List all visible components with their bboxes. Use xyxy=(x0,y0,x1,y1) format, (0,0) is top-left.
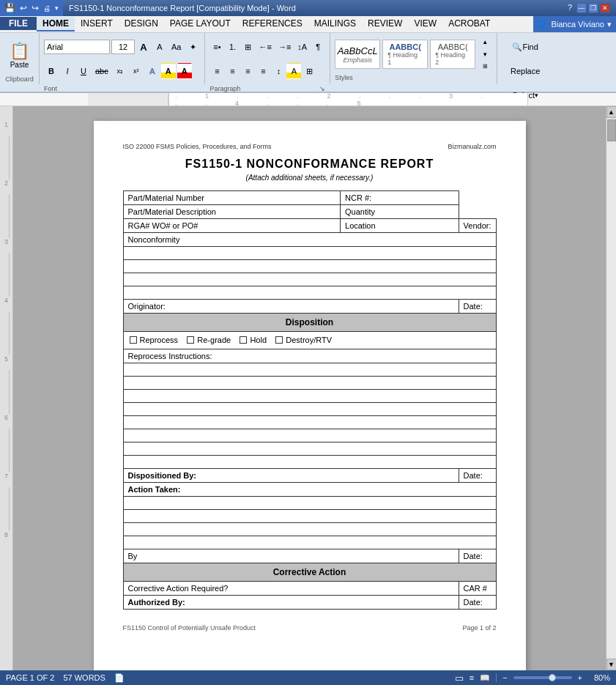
scroll-down-button[interactable]: ▼ xyxy=(606,659,617,670)
customize-qat-icon[interactable]: ▾ xyxy=(53,4,60,12)
table-row: Originator: Date: xyxy=(123,300,496,314)
header-right: Bizmanualz.com xyxy=(448,143,496,150)
menu-page-layout[interactable]: PAGE LAYOUT xyxy=(164,17,237,30)
doc-footer: FS1150 Control of Potentially Unsafe Pro… xyxy=(123,624,497,632)
strikethrough-button[interactable]: abc xyxy=(92,63,111,79)
clear-format-button[interactable]: ✦ xyxy=(185,39,200,55)
undo-icon[interactable]: ↩ xyxy=(18,3,29,13)
destroy-checkbox[interactable]: Destroy/RTV xyxy=(275,336,332,344)
zoom-in-button[interactable]: + xyxy=(578,673,582,682)
justify-button[interactable]: ≡ xyxy=(256,63,270,79)
multilevel-button[interactable]: ⊞ xyxy=(240,39,255,55)
table-row xyxy=(123,510,496,523)
menu-view[interactable]: VIEW xyxy=(408,17,442,30)
restore-button[interactable]: ❐ xyxy=(588,3,598,13)
find-button[interactable]: 🔍 Find xyxy=(503,39,547,55)
subscript-button[interactable]: x₂ xyxy=(113,63,127,79)
align-center-button[interactable]: ≡ xyxy=(225,63,240,79)
superscript-button[interactable]: x² xyxy=(129,63,144,79)
scroll-thumb[interactable] xyxy=(607,119,616,141)
increase-indent-button[interactable]: →≡ xyxy=(275,39,294,55)
hold-checkbox[interactable]: Hold xyxy=(240,336,267,344)
table-row xyxy=(123,377,496,390)
font-label: Font xyxy=(44,84,200,92)
redo-icon[interactable]: ↪ xyxy=(30,3,40,13)
menu-insert[interactable]: INSERT xyxy=(75,17,119,30)
table-row: Action Taken: xyxy=(123,483,496,497)
font-color-button[interactable]: A xyxy=(177,63,192,79)
save-icon[interactable]: 💾 xyxy=(3,3,17,13)
style-heading1[interactable]: AABBC( ¶ Heading 1 xyxy=(382,40,428,69)
table-row xyxy=(123,497,496,510)
replace-button[interactable]: Replace xyxy=(503,63,547,79)
align-right-button[interactable]: ≡ xyxy=(240,63,255,79)
style-heading2[interactable]: AABBC( ¶ Heading 2 xyxy=(430,40,475,69)
table-row xyxy=(123,390,496,403)
bold-button[interactable]: B xyxy=(44,63,59,79)
help-button[interactable]: ? xyxy=(565,3,575,13)
quantity-label: Quantity xyxy=(341,205,459,219)
line-spacing-button[interactable]: ↕ xyxy=(271,63,286,79)
menu-review[interactable]: REVIEW xyxy=(362,17,408,30)
zoom-slider[interactable] xyxy=(513,676,572,679)
disposition-header: Disposition xyxy=(123,314,496,332)
print-icon[interactable]: 🖨 xyxy=(42,4,52,12)
shading-button[interactable]: A xyxy=(286,63,301,79)
styles-more[interactable]: ⊞ xyxy=(478,60,492,73)
italic-button[interactable]: I xyxy=(60,63,75,79)
text-effects-button[interactable]: A xyxy=(145,63,160,79)
clipboard-label: Clipboard xyxy=(5,74,34,83)
table-row: Part/Material Description Quantity xyxy=(123,205,496,219)
menu-file[interactable]: FILE xyxy=(0,17,37,30)
nonconformity-label: Nonconformity xyxy=(123,233,496,247)
dispositioned-by-label: Dispositioned By: xyxy=(123,469,459,483)
highlight-button[interactable]: A xyxy=(161,63,176,79)
vertical-scrollbar[interactable]: ▲ ▼ xyxy=(606,106,616,685)
zoom-level[interactable]: 80% xyxy=(588,673,610,682)
numbering-button[interactable]: 1. xyxy=(225,39,240,55)
bullets-button[interactable]: ≡• xyxy=(209,39,224,55)
table-row: By Date: xyxy=(123,549,496,563)
dispositioned-date-label: Date: xyxy=(459,469,496,483)
borders-button[interactable]: ⊞ xyxy=(302,63,316,79)
font-name-input[interactable] xyxy=(44,40,110,54)
find-icon: 🔍 xyxy=(512,42,522,52)
view-read-button[interactable]: 📖 xyxy=(480,673,490,683)
underline-button[interactable]: U xyxy=(76,63,91,79)
part-material-desc-label: Part/Material Description xyxy=(123,205,341,219)
reprocess-checkbox[interactable]: Reprocess xyxy=(130,336,179,344)
menu-home[interactable]: HOME xyxy=(37,17,75,32)
styles-scroll-down[interactable]: ▼ xyxy=(478,48,492,61)
paste-button[interactable]: 📋 Paste xyxy=(4,36,34,74)
align-left-button[interactable]: ≡ xyxy=(209,63,224,79)
menu-acrobat[interactable]: ACROBAT xyxy=(442,17,496,30)
table-row: Nonconformity xyxy=(123,233,496,247)
decrease-indent-button[interactable]: ←≡ xyxy=(256,39,274,55)
view-web-button[interactable]: ≡ xyxy=(470,673,474,682)
by-date-label: Date: xyxy=(459,549,496,563)
style-emphasis[interactable]: AaBbCcL Emphasis xyxy=(335,40,380,69)
sort-button[interactable]: ↕A xyxy=(294,39,310,55)
shrink-font-button[interactable]: A xyxy=(152,39,167,55)
title-bar: 💾 ↩ ↪ 🖨 ▾ FS1150-1 Nonconformance Report… xyxy=(0,0,616,16)
regrade-checkbox[interactable]: Re-grade xyxy=(187,336,231,344)
view-print-button[interactable]: ▭ xyxy=(455,673,464,684)
change-case-button[interactable]: Aa xyxy=(168,39,184,55)
font-size-input[interactable] xyxy=(111,40,135,54)
ribbon-editing-section: 🔍 Find Replace Select ▾ Editing xyxy=(497,33,553,84)
page-indicator: PAGE 1 OF 2 xyxy=(6,673,54,682)
styles-scroll-up[interactable]: ▲ xyxy=(478,36,492,48)
zoom-out-button[interactable]: − xyxy=(502,673,507,682)
scroll-up-button[interactable]: ▲ xyxy=(606,106,617,118)
minimize-button[interactable]: — xyxy=(576,3,587,13)
grow-font-button[interactable]: A xyxy=(136,39,151,55)
menu-design[interactable]: DESIGN xyxy=(119,17,164,30)
table-row xyxy=(123,456,496,469)
menu-references[interactable]: REFERENCES xyxy=(237,17,308,30)
show-para-button[interactable]: ¶ xyxy=(311,39,325,55)
title-bar-text: FS1150-1 Nonconformance Report [Compatib… xyxy=(63,0,616,16)
page-layout-icon[interactable]: 📄 xyxy=(114,673,125,683)
ruler-inner: . 1 . . . 2 . . . 3 . . . 4 . . . 5 xyxy=(168,93,528,105)
menu-mailings[interactable]: MAILINGS xyxy=(308,17,362,30)
close-button[interactable]: ✕ xyxy=(600,3,610,13)
